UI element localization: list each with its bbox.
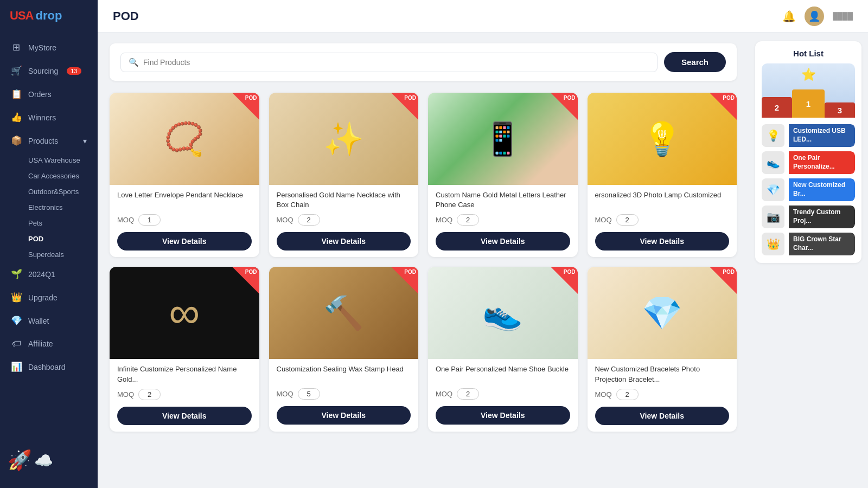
pod-badge: POD: [245, 95, 257, 101]
pod-badge: POD: [245, 269, 257, 275]
card-top: 💡 POD: [588, 93, 737, 185]
sidebar-bottom: 🚀 ☁️: [0, 438, 98, 488]
hot-item-emoji: 💎: [767, 183, 780, 196]
sidebar-item-upgrade[interactable]: 👑Upgrade: [0, 286, 98, 309]
product-card: 📱 POD Custom Name Gold Metal Letters Lea…: [428, 93, 578, 257]
hot-list-item[interactable]: 👑 BIG Crown Star Char...: [762, 233, 855, 255]
moq-label: MOQ: [117, 390, 134, 399]
product-emoji: ✨: [323, 120, 364, 158]
product-card: ∞ POD Infinite Customize Personalized Na…: [110, 267, 259, 431]
sidebar-label-wallet: Wallet: [28, 317, 49, 325]
hot-item-emoji: 👑: [767, 237, 780, 251]
card-moq: MOQ 1: [117, 214, 252, 226]
search-button[interactable]: Search: [664, 52, 726, 72]
card-top: 👟 POD: [428, 267, 578, 359]
view-details-button[interactable]: View Details: [277, 406, 411, 425]
winners-icon: 👍: [11, 112, 22, 123]
sidebar-item-mystore[interactable]: ⊞MyStore: [0, 36, 98, 59]
search-input-wrap: 🔍: [120, 53, 658, 72]
card-top: 🔨 POD: [269, 267, 419, 359]
sidebar-item-affiliate[interactable]: 🏷Affiliate: [0, 332, 98, 355]
pod-badge: POD: [564, 269, 576, 275]
product-card: 👟 POD One Pair Personalized Name Shoe Bu…: [428, 267, 578, 431]
search-icon: 🔍: [129, 57, 139, 67]
pod-badge: POD: [723, 95, 735, 101]
card-body: ersonalized 3D Photo Lamp Customized MOQ…: [588, 185, 737, 257]
sidebar-item-wallet[interactable]: 💎Wallet: [0, 309, 98, 332]
hot-list-title: Hot List: [762, 49, 855, 58]
view-details-button[interactable]: View Details: [117, 232, 252, 251]
sidebar-label-sourcing: Sourcing: [28, 67, 58, 75]
search-input[interactable]: [143, 58, 649, 67]
hot-list-item[interactable]: 📷 Trendy Custom Proj...: [762, 206, 855, 228]
hot-list-item[interactable]: 💡 Customized USB LED...: [762, 124, 855, 147]
moq-label: MOQ: [436, 390, 452, 398]
mascot-icon: 🚀: [8, 449, 32, 472]
sidebar-subitem-car-accessories[interactable]: Car Accessories: [0, 168, 98, 184]
hot-item-label: One Pair Personalize...: [789, 151, 855, 174]
card-title: Infinite Customize Personalized Name Gol…: [117, 364, 252, 384]
product-card: ✨ POD Personalised Gold Name Necklace wi…: [269, 93, 419, 257]
view-details-button[interactable]: View Details: [436, 406, 570, 425]
sidebar-item-sourcing[interactable]: 🛒Sourcing13: [0, 59, 98, 82]
card-body: Custom Name Gold Metal Letters Leather P…: [428, 185, 578, 257]
podium-block-1: 1: [792, 89, 825, 118]
main-content: POD 🔔 👤 ████ 🔍 Search 📿: [98, 0, 868, 488]
sidebar-item-winners[interactable]: 👍Winners: [0, 106, 98, 129]
hot-list-item[interactable]: 💎 New Customized Br...: [762, 178, 855, 201]
sidebar-item-products[interactable]: 📦Products▾: [0, 129, 98, 152]
moq-value: 2: [616, 389, 639, 400]
body-area: 🔍 Search 📿 POD Love Letter Envelope Pend…: [98, 33, 868, 488]
page-title: POD: [113, 9, 139, 23]
notification-bell-icon[interactable]: 🔔: [782, 10, 796, 23]
card-top: ✨ POD: [269, 93, 419, 185]
hot-item-label: Trendy Custom Proj...: [789, 206, 855, 228]
product-card: 💎 POD New Customized Bracelets Photo Pro…: [588, 267, 737, 431]
product-emoji: 🔨: [323, 294, 364, 332]
sidebar-item-orders[interactable]: 📋Orders: [0, 82, 98, 106]
card-title: One Pair Personalized Name Shoe Buckle: [436, 364, 570, 384]
card-body: Customization Sealing Wax Stamp Head MOQ…: [269, 359, 419, 431]
sidebar-subitem-usa-warehouse[interactable]: USA Warehouse: [0, 152, 98, 168]
sidebar-label-affiliate: Affiliate: [28, 339, 53, 348]
card-title: New Customized Bracelets Photo Projectio…: [595, 364, 730, 384]
sourcing-badge: 13: [67, 67, 81, 75]
hot-item-emoji: 💡: [767, 129, 780, 142]
mystore-icon: ⊞: [11, 42, 22, 53]
card-title: Love Letter Envelope Pendant Necklace: [117, 190, 252, 210]
product-card: 💡 POD ersonalized 3D Photo Lamp Customiz…: [588, 93, 737, 257]
sidebar-subitem-pod[interactable]: POD: [0, 231, 98, 247]
hot-item-thumbnail: 💎: [762, 178, 784, 201]
hot-item-emoji: 👟: [767, 156, 780, 169]
view-details-button[interactable]: View Details: [117, 407, 252, 425]
pod-badge: POD: [404, 95, 416, 101]
moq-value: 5: [298, 388, 320, 400]
hot-list-item[interactable]: 👟 One Pair Personalize...: [762, 151, 855, 174]
podium-block-2: 2: [762, 97, 792, 118]
view-details-button[interactable]: View Details: [277, 232, 411, 251]
view-details-button[interactable]: View Details: [595, 232, 730, 251]
sidebar-subitem-outdoor-sports[interactable]: Outdoor&Sports: [0, 184, 98, 200]
hot-item-thumbnail: 👟: [762, 151, 784, 174]
hot-item-label: BIG Crown Star Char...: [789, 233, 855, 255]
moq-value: 2: [457, 214, 479, 226]
avatar[interactable]: 👤: [805, 7, 824, 26]
sidebar-subitem-electronics[interactable]: Electronics: [0, 200, 98, 215]
sidebar-subitem-pets[interactable]: Pets: [0, 215, 98, 231]
view-details-button[interactable]: View Details: [436, 232, 570, 251]
sidebar-item-dashboard[interactable]: 📊Dashboard: [0, 355, 98, 378]
moq-value: 2: [138, 389, 161, 400]
sidebar: USAdrop ⊞MyStore🛒Sourcing13📋Orders👍Winne…: [0, 0, 98, 488]
sidebar-subitem-superdeals[interactable]: Superdeals: [0, 247, 98, 262]
logo-drop: drop: [35, 9, 62, 23]
podium-block-3: 3: [825, 102, 855, 118]
logo-usa: USA: [10, 9, 33, 23]
product-emoji: 📱: [482, 120, 523, 158]
sidebar-item-2024q1[interactable]: 🌱2024Q1: [0, 262, 98, 286]
view-details-button[interactable]: View Details: [595, 407, 730, 425]
moq-label: MOQ: [277, 216, 293, 224]
moq-label: MOQ: [595, 216, 612, 224]
card-top: ∞ POD: [110, 267, 259, 359]
sidebar-label-2024q1: 2024Q1: [28, 270, 55, 279]
header-right: 🔔 👤 ████: [782, 7, 853, 26]
